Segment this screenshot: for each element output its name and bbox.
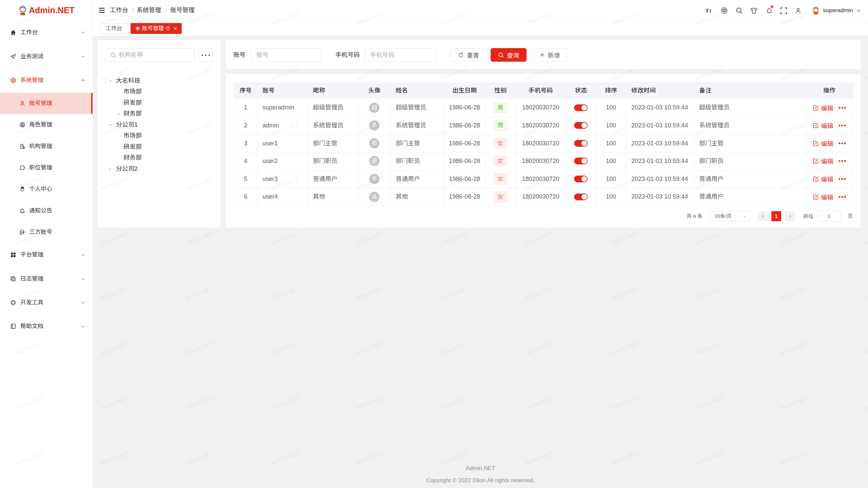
svg-text:T: T <box>709 9 712 14</box>
